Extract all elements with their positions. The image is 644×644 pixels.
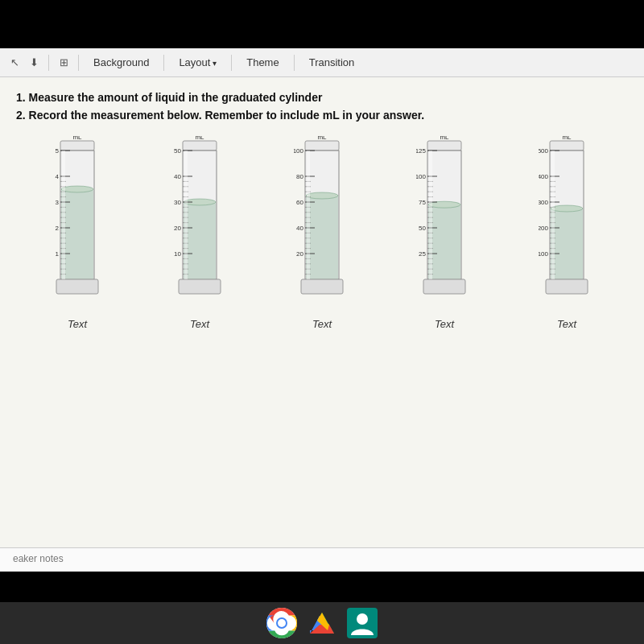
cylinder-text-label-5[interactable]: Text — [557, 318, 576, 330]
drive-taskbar-icon[interactable] — [307, 608, 337, 638]
svg-text:mL: mL — [562, 136, 572, 141]
svg-rect-130 — [423, 279, 465, 294]
svg-text:10: 10 — [174, 250, 181, 258]
cylinder-svg-5: 100200300400500 mL — [539, 136, 595, 313]
svg-rect-131 — [429, 151, 432, 279]
svg-rect-65 — [184, 151, 188, 279]
toolbar-separator-5 — [294, 55, 295, 71]
svg-point-69 — [306, 192, 338, 199]
cylinder-svg-3: 20406080100 mL — [294, 136, 350, 313]
notes-label: eaker notes — [13, 553, 64, 564]
cylinder-2: 1020304050 mL Text — [147, 136, 253, 330]
svg-text:20: 20 — [296, 250, 303, 258]
add-icon[interactable]: ⊞ — [56, 55, 72, 71]
svg-rect-68 — [306, 196, 338, 279]
svg-text:40: 40 — [296, 225, 303, 232]
svg-text:3: 3 — [56, 199, 60, 206]
toolbar: ↖ ⬇ ⊞ Background Layout Theme Transition — [0, 48, 644, 77]
arrow-icon[interactable]: ⬇ — [26, 55, 42, 71]
svg-text:mL: mL — [317, 136, 327, 141]
svg-rect-99 — [427, 141, 461, 151]
taskbar — [0, 602, 644, 644]
cylinder-5: 100200300400500 mL Text — [514, 136, 620, 330]
svg-text:25: 25 — [419, 250, 426, 258]
svg-rect-134 — [551, 208, 583, 279]
cursor-icon[interactable]: ↖ — [6, 55, 23, 71]
svg-text:50: 50 — [419, 225, 426, 232]
background-button[interactable]: Background — [85, 55, 157, 70]
toolbar-separator-2 — [78, 55, 79, 71]
svg-point-167 — [278, 619, 286, 627]
toolbar-separator-3 — [163, 55, 164, 71]
svg-text:4: 4 — [56, 173, 60, 180]
svg-point-3 — [61, 186, 93, 192]
svg-rect-2 — [61, 189, 93, 279]
svg-text:100: 100 — [416, 173, 427, 180]
svg-text:125: 125 — [416, 147, 427, 155]
cylinder-text-label-4[interactable]: Text — [435, 318, 454, 330]
theme-button[interactable]: Theme — [238, 55, 287, 70]
svg-rect-101 — [428, 204, 460, 279]
svg-text:5: 5 — [56, 147, 60, 155]
transition-button[interactable]: Transition — [301, 55, 363, 70]
speaker-notes[interactable]: eaker notes — [0, 547, 644, 572]
svg-rect-66 — [305, 141, 339, 151]
cylinder-text-label-2[interactable]: Text — [190, 318, 209, 330]
cylinder-svg-2: 1020304050 mL — [171, 136, 228, 313]
cylinder-4: 255075100125 mL Text — [391, 136, 497, 330]
svg-rect-64 — [179, 279, 221, 294]
instruction-line-2: 2. Record the measurement below. Remembe… — [16, 106, 628, 124]
svg-text:50: 50 — [174, 147, 181, 155]
meet-taskbar-icon[interactable] — [347, 608, 378, 638]
svg-rect-97 — [301, 279, 343, 294]
cylinder-3: 20406080100 mL Text — [269, 136, 375, 330]
toolbar-separator — [48, 55, 49, 71]
svg-text:60: 60 — [296, 199, 303, 206]
svg-text:mL: mL — [72, 136, 82, 141]
cylinder-1: 12345 mL Text — [24, 136, 130, 330]
svg-text:mL: mL — [195, 136, 204, 141]
svg-text:80: 80 — [296, 173, 303, 180]
svg-rect-32 — [62, 151, 65, 279]
toolbar-separator-4 — [231, 55, 232, 71]
slide-content: 1. Measure the amount of liquid in the g… — [0, 77, 644, 547]
svg-text:40: 40 — [174, 173, 181, 180]
svg-rect-35 — [184, 202, 216, 279]
svg-text:300: 300 — [539, 199, 549, 206]
svg-text:20: 20 — [174, 225, 181, 232]
svg-text:400: 400 — [539, 173, 549, 180]
svg-rect-0 — [60, 141, 94, 151]
cylinder-svg-1: 12345 mL — [49, 136, 105, 313]
cylinder-text-label-1[interactable]: Text — [68, 318, 87, 330]
svg-text:2: 2 — [56, 225, 60, 232]
instructions-block: 1. Measure the amount of liquid in the g… — [16, 89, 628, 125]
layout-button[interactable]: Layout — [171, 55, 225, 70]
cylinder-svg-4: 255075100125 mL — [416, 136, 473, 313]
cylinders-row: 12345 mL Text 1020304050 mL Text — [16, 136, 628, 330]
svg-text:500: 500 — [539, 147, 549, 155]
svg-text:75: 75 — [419, 199, 426, 206]
svg-rect-33 — [183, 141, 217, 151]
svg-rect-31 — [56, 279, 98, 294]
svg-rect-98 — [307, 151, 310, 279]
svg-text:100: 100 — [539, 250, 549, 258]
instruction-line-1: 1. Measure the amount of liquid in the g… — [16, 89, 628, 106]
svg-rect-132 — [550, 141, 584, 151]
svg-point-135 — [551, 205, 583, 212]
svg-text:100: 100 — [294, 147, 304, 155]
svg-text:mL: mL — [440, 136, 449, 141]
cylinder-text-label-3[interactable]: Text — [312, 318, 332, 330]
chrome-taskbar-icon[interactable] — [266, 608, 297, 638]
svg-text:200: 200 — [539, 225, 549, 232]
svg-rect-164 — [551, 151, 555, 279]
svg-text:1: 1 — [56, 250, 60, 258]
svg-point-170 — [357, 613, 368, 625]
svg-rect-163 — [546, 279, 588, 294]
svg-text:30: 30 — [174, 199, 181, 206]
